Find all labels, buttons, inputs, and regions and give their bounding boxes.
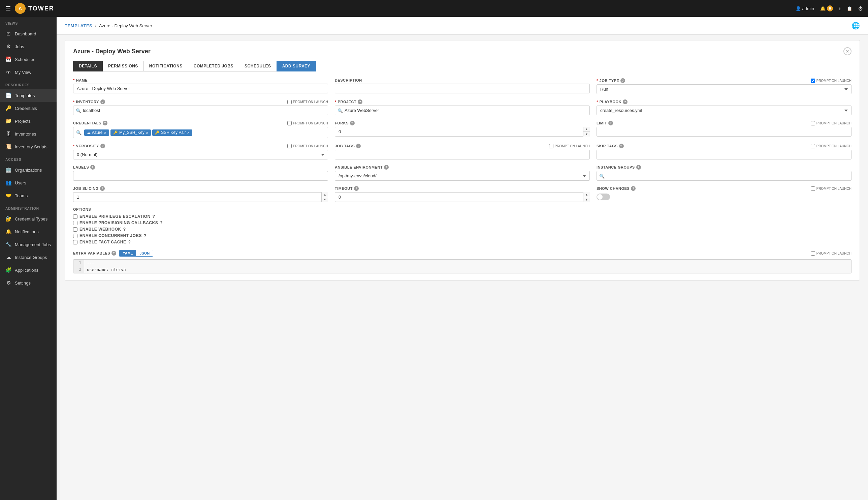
- close-button[interactable]: ×: [843, 47, 852, 55]
- code-editor[interactable]: 1 --- 2 username: nleiva: [73, 259, 852, 273]
- sidebar-item-management-jobs[interactable]: 🔧 Management Jobs: [0, 238, 57, 251]
- webhook-help-icon[interactable]: ?: [123, 227, 126, 231]
- job-tags-input[interactable]: [335, 150, 590, 159]
- project-help-icon[interactable]: ?: [358, 100, 362, 104]
- inventory-help-icon[interactable]: ?: [101, 100, 105, 104]
- power-button[interactable]: ⏻: [858, 6, 863, 11]
- verbosity-help-icon[interactable]: ?: [101, 144, 105, 148]
- name-input[interactable]: [73, 83, 328, 93]
- show-changes-toggle[interactable]: [597, 194, 610, 200]
- privilege-escalation-help-icon[interactable]: ?: [153, 214, 155, 219]
- forks-input[interactable]: [335, 127, 590, 137]
- credentials-help-icon[interactable]: ?: [103, 121, 107, 125]
- limit-help-icon[interactable]: ?: [608, 121, 613, 125]
- ansible-env-select[interactable]: /opt/my-envs/cloud/: [335, 171, 590, 181]
- sidebar-item-my-view[interactable]: 👁 My View: [0, 66, 57, 79]
- forks-up-btn[interactable]: ▲: [583, 127, 590, 132]
- option-concurrent-jobs-checkbox[interactable]: [73, 234, 78, 238]
- inventory-input[interactable]: [73, 105, 328, 115]
- sidebar-item-teams[interactable]: 🤝 Teams: [0, 189, 57, 202]
- inventory-prompt-checkbox[interactable]: [287, 100, 292, 104]
- skip-tags-input[interactable]: [597, 150, 852, 159]
- sidebar-item-credentials[interactable]: 🔑 Credentials: [0, 102, 57, 115]
- job-slicing-help-icon[interactable]: ?: [100, 186, 105, 191]
- job-tags-help-icon[interactable]: ?: [356, 144, 361, 148]
- labels-input[interactable]: [73, 171, 328, 181]
- project-input[interactable]: [335, 105, 590, 115]
- tab-notifications[interactable]: NOTIFICATIONS: [143, 61, 188, 71]
- job-slicing-input[interactable]: [73, 192, 328, 202]
- azure-remove[interactable]: ×: [104, 130, 106, 135]
- credentials-container[interactable]: 🔍 ☁ Azure × 🔑 My_SSH_Key × 🔑: [73, 127, 328, 138]
- option-webhook-checkbox[interactable]: [73, 227, 78, 231]
- skip-tags-help-icon[interactable]: ?: [619, 144, 624, 148]
- sidebar-item-jobs[interactable]: ⚙ Jobs: [0, 40, 57, 53]
- concurrent-jobs-help-icon[interactable]: ?: [144, 233, 146, 238]
- breadcrumb-link[interactable]: TEMPLATES: [64, 23, 92, 28]
- show-changes-prompt-checkbox[interactable]: [811, 186, 815, 191]
- docs-button[interactable]: 📋: [847, 6, 852, 11]
- user-menu[interactable]: 👤 admin: [796, 6, 814, 11]
- option-fact-cache-checkbox[interactable]: [73, 240, 78, 245]
- description-input[interactable]: [335, 83, 590, 93]
- tab-details[interactable]: DETAILS: [73, 61, 103, 71]
- credentials-prompt-checkbox[interactable]: [287, 121, 292, 125]
- job-type-select[interactable]: Run Check: [597, 84, 852, 94]
- tab-completed-jobs[interactable]: COMPLETED JOBS: [188, 61, 239, 71]
- forks-down-btn[interactable]: ▼: [583, 132, 590, 137]
- timeout-input[interactable]: [335, 192, 590, 202]
- tab-schedules[interactable]: SCHEDULES: [239, 61, 277, 71]
- sidebar-item-dashboard[interactable]: ⊡ Dashboard: [0, 27, 57, 40]
- fact-cache-help-icon[interactable]: ?: [128, 240, 131, 245]
- limit-prompt-checkbox[interactable]: [811, 121, 815, 125]
- playbook-select[interactable]: create_resources.yml: [597, 105, 852, 115]
- labels-help-icon[interactable]: ?: [90, 165, 95, 170]
- job-type-prompt-checkbox[interactable]: [811, 79, 815, 83]
- hamburger-menu[interactable]: ☰: [5, 5, 11, 12]
- verbosity-prompt-checkbox[interactable]: [287, 144, 292, 148]
- sidebar-item-applications[interactable]: 🧩 Applications: [0, 264, 57, 276]
- show-changes-help-icon[interactable]: ?: [631, 186, 636, 191]
- extra-variables-prompt-checkbox[interactable]: [811, 251, 815, 255]
- forks-help-icon[interactable]: ?: [350, 121, 355, 125]
- job-type-help-icon[interactable]: ?: [620, 78, 625, 83]
- timeout-down-btn[interactable]: ▼: [583, 197, 590, 202]
- sidebar-item-instance-groups[interactable]: ☁ Instance Groups: [0, 251, 57, 264]
- json-button[interactable]: JSON: [136, 250, 153, 256]
- tab-permissions[interactable]: PERMISSIONS: [102, 61, 144, 71]
- sidebar-item-projects[interactable]: 📁 Projects: [0, 115, 57, 127]
- ansible-env-help-icon[interactable]: ?: [384, 165, 389, 170]
- extra-variables-help-icon[interactable]: ?: [112, 251, 116, 255]
- option-provisioning-callbacks-checkbox[interactable]: [73, 221, 78, 225]
- notifications-bell[interactable]: 🔔 0: [820, 5, 833, 11]
- provisioning-callbacks-help-icon[interactable]: ?: [160, 220, 163, 225]
- sidebar-item-organizations[interactable]: 🏢 Organizations: [0, 163, 57, 176]
- skip-tags-prompt-checkbox[interactable]: [811, 144, 815, 148]
- my-ssh-key-remove[interactable]: ×: [146, 130, 149, 135]
- job-tags-prompt-checkbox[interactable]: [549, 144, 553, 148]
- sidebar-item-credential-types[interactable]: 🔐 Credential Types: [0, 213, 57, 225]
- info-button[interactable]: ℹ: [839, 6, 841, 11]
- sidebar-item-users[interactable]: 👥 Users: [0, 176, 57, 189]
- job-slicing-down-btn[interactable]: ▼: [322, 197, 328, 202]
- verbosity-select[interactable]: 0 (Normal) 1 (Verbose) 2 (More Verbose) …: [73, 150, 328, 159]
- timeout-up-btn[interactable]: ▲: [583, 192, 590, 197]
- timeout-help-icon[interactable]: ?: [354, 186, 359, 191]
- job-slicing-up-btn[interactable]: ▲: [322, 192, 328, 197]
- ssh-key-pair-remove[interactable]: ×: [187, 130, 190, 135]
- limit-input[interactable]: [597, 127, 852, 137]
- option-privilege-escalation-checkbox[interactable]: [73, 214, 78, 219]
- yaml-button[interactable]: YAML: [119, 250, 136, 256]
- sidebar-item-notifications[interactable]: 🔔 Notifications: [0, 225, 57, 238]
- sidebar-item-templates[interactable]: 📄 Templates: [0, 89, 57, 102]
- sidebar-item-inventories[interactable]: 🗄 Inventories: [0, 127, 57, 140]
- option-privilege-escalation-label: ENABLE PRIVILEGE ESCALATION: [80, 214, 151, 219]
- sidebar-item-inventory-scripts[interactable]: 📜 Inventory Scripts: [0, 140, 57, 153]
- playbook-help-icon[interactable]: ?: [623, 100, 627, 104]
- instance-groups-input[interactable]: [597, 171, 852, 181]
- projects-icon: 📁: [5, 118, 11, 124]
- sidebar-item-settings[interactable]: ⚙ Settings: [0, 276, 57, 289]
- tab-add-survey[interactable]: ADD SURVEY: [277, 61, 316, 71]
- sidebar-item-schedules[interactable]: 📅 Schedules: [0, 53, 57, 66]
- instance-groups-help-icon[interactable]: ?: [636, 165, 641, 170]
